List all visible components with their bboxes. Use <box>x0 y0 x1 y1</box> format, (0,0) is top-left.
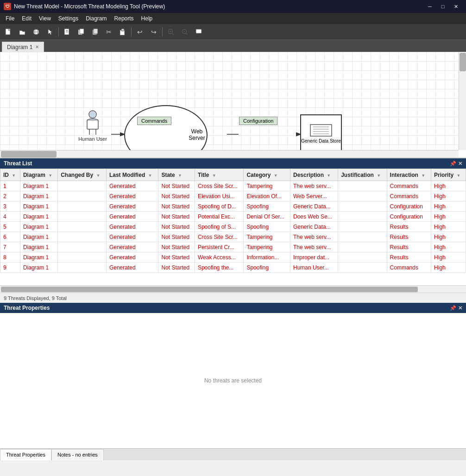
col-title[interactable]: Title ▼ <box>195 169 244 181</box>
table-row[interactable]: 8Diagram 1GeneratedNot StartedWeak Acces… <box>0 252 466 263</box>
cell-description: The web serv... <box>290 181 338 191</box>
col-state[interactable]: State ▼ <box>158 169 195 181</box>
close-button[interactable]: ✕ <box>449 0 462 13</box>
cell-description: The web serv... <box>290 232 338 242</box>
table-horizontal-scrollbar[interactable] <box>0 285 466 293</box>
cell-title: Cross Site Scr... <box>195 181 244 191</box>
zoom-in-button[interactable] <box>164 25 177 38</box>
tab-threat-properties[interactable]: Threat Properties <box>0 449 51 460</box>
paste-button[interactable] <box>116 25 129 38</box>
cell-category: Elevation Of... <box>244 191 290 201</box>
pointer-button[interactable] <box>44 25 57 38</box>
threat-table-body: 1Diagram 1GeneratedNot StartedCross Site… <box>0 181 466 273</box>
col-category[interactable]: Category ▼ <box>244 169 290 181</box>
svg-rect-29 <box>87 120 98 129</box>
zoom-out-button[interactable] <box>178 25 191 38</box>
table-row[interactable]: 1Diagram 1GeneratedNot StartedCross Site… <box>0 181 466 191</box>
cell-changed_by <box>58 201 107 212</box>
cell-title: Weak Access... <box>195 252 244 263</box>
maximize-button[interactable]: □ <box>436 0 449 13</box>
commands-label[interactable]: Commands <box>137 117 171 125</box>
threat-table: ID ▼ Diagram ▼ Changed By ▼ Last Modifie… <box>0 169 466 273</box>
redo-button[interactable]: ↪ <box>147 25 160 38</box>
cell-diagram: Diagram 1 <box>20 222 57 232</box>
cell-changed_by <box>58 252 107 263</box>
web-button[interactable] <box>30 25 43 38</box>
cell-title: Spoofing the... <box>195 263 244 273</box>
col-justification[interactable]: Justification ▼ <box>338 169 387 181</box>
pin-button[interactable]: 📌 <box>450 161 456 167</box>
copy-doc-button[interactable] <box>75 25 88 38</box>
table-row[interactable]: 4Diagram 1GeneratedNot StartedPotential … <box>0 212 466 222</box>
vertical-scrollbar-thumb[interactable] <box>460 53 466 71</box>
tab-diagram1[interactable]: Diagram 1 ✕ <box>2 42 44 52</box>
new-button[interactable] <box>2 25 15 38</box>
cell-description: Web Server... <box>290 191 338 201</box>
cell-state: Not Started <box>158 242 195 252</box>
cell-category: Tampering <box>244 232 290 242</box>
vertical-scrollbar[interactable] <box>459 52 466 150</box>
horizontal-scrollbar[interactable] <box>0 150 459 157</box>
cell-state: Not Started <box>158 181 195 191</box>
cell-priority: High <box>431 181 466 191</box>
cell-changed_by <box>58 181 107 191</box>
cell-changed_by <box>58 242 107 252</box>
svg-rect-9 <box>80 29 84 34</box>
menu-help[interactable]: Help <box>138 13 157 24</box>
cell-diagram: Diagram 1 <box>20 201 57 212</box>
menu-view[interactable]: View <box>35 13 55 24</box>
col-priority[interactable]: Priority ▼ <box>431 169 466 181</box>
table-row[interactable]: 7Diagram 1GeneratedNot StartedPersistent… <box>0 242 466 252</box>
tab-close-button[interactable]: ✕ <box>35 44 39 50</box>
cell-interaction: Results <box>387 222 431 232</box>
props-pin-button[interactable]: 📌 <box>450 305 456 311</box>
cell-last_modified: Generated <box>106 242 158 252</box>
table-hscroll-thumb[interactable] <box>1 287 418 292</box>
col-last-modified[interactable]: Last Modified ▼ <box>106 169 158 181</box>
table-row[interactable]: 9Diagram 1GeneratedNot StartedSpoofing t… <box>0 263 466 273</box>
menu-edit[interactable]: Edit <box>18 13 35 24</box>
table-row[interactable]: 3Diagram 1GeneratedNot StartedSpoofing o… <box>0 201 466 212</box>
cell-priority: High <box>431 222 466 232</box>
bottom-tab-bar: Threat Properties Notes - no entries <box>0 448 466 460</box>
human-user-icon <box>83 110 102 135</box>
comment-button[interactable] <box>192 25 205 38</box>
no-threats-message: No threats are selected <box>204 377 262 384</box>
new-doc-button[interactable] <box>61 25 74 38</box>
undo-button[interactable]: ↩ <box>133 25 146 38</box>
configuration-label[interactable]: Configuration <box>239 117 277 125</box>
cell-description: Improper dat... <box>290 252 338 263</box>
col-description[interactable]: Description ▼ <box>290 169 338 181</box>
tab-notes-label: Notes - no entries <box>57 452 98 457</box>
title-bar: 🛡 New Threat Model - Microsoft Threat Mo… <box>0 0 466 13</box>
cell-id: 4 <box>0 212 20 222</box>
menu-file[interactable]: File <box>2 13 18 24</box>
table-row[interactable]: 2Diagram 1GeneratedNot StartedElevation … <box>0 191 466 201</box>
table-row[interactable]: 5Diagram 1GeneratedNot StartedSpoofing o… <box>0 222 466 232</box>
cell-justification <box>338 242 387 252</box>
col-id[interactable]: ID ▼ <box>0 169 20 181</box>
horizontal-scrollbar-thumb[interactable] <box>1 151 57 157</box>
table-row[interactable]: 6Diagram 1GeneratedNot StartedCross Site… <box>0 232 466 242</box>
col-diagram[interactable]: Diagram ▼ <box>20 169 57 181</box>
props-close-button[interactable]: ✕ <box>458 305 462 311</box>
menu-reports[interactable]: Reports <box>111 13 138 24</box>
cut-button[interactable]: ✂ <box>102 25 115 38</box>
col-interaction[interactable]: Interaction ▼ <box>387 169 431 181</box>
cell-interaction: Commands <box>387 263 431 273</box>
cell-justification <box>338 212 387 222</box>
diagram-canvas[interactable]: Human User Commands Web Server Responses… <box>0 52 466 158</box>
open-button[interactable] <box>16 25 29 38</box>
generic-data-store-element[interactable]: Generic Data Store <box>300 114 342 151</box>
cell-diagram: Diagram 1 <box>20 191 57 201</box>
close-panel-button[interactable]: ✕ <box>458 161 462 167</box>
col-changed-by[interactable]: Changed By ▼ <box>58 169 107 181</box>
cell-interaction: Configuration <box>387 201 431 212</box>
copy-button[interactable] <box>88 25 101 38</box>
svg-line-15 <box>172 33 174 35</box>
menu-settings[interactable]: Settings <box>55 13 82 24</box>
menu-diagram[interactable]: Diagram <box>82 13 110 24</box>
minimize-button[interactable]: ─ <box>423 0 436 13</box>
human-user-element[interactable]: Human User <box>74 110 111 142</box>
tab-notes[interactable]: Notes - no entries <box>51 449 104 460</box>
